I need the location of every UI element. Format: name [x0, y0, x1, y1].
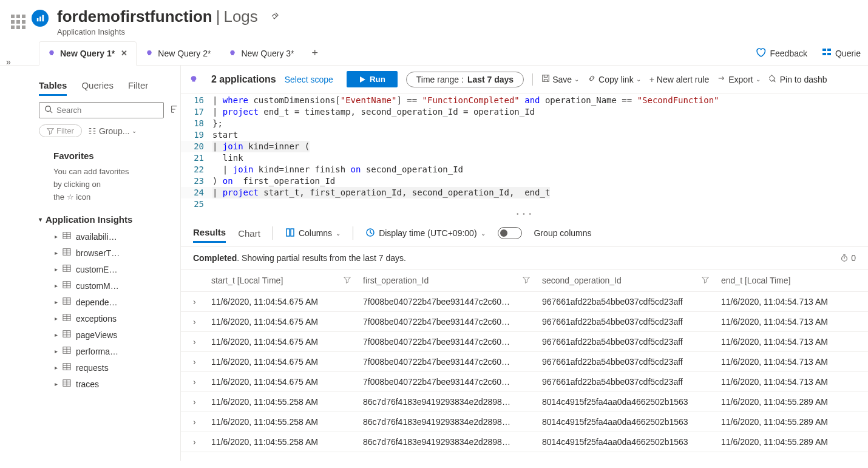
table-row[interactable]: ›11/6/2020, 11:04:54.675 AM7f008be040722… [181, 332, 868, 352]
columns-button[interactable]: Columns ⌄ [285, 228, 341, 239]
query-editor[interactable]: 16| where customDimensions["EventName"] … [181, 93, 868, 211]
export-button[interactable]: Export ⌄ [717, 74, 760, 84]
col-header-first[interactable]: first_operation_Id [363, 276, 429, 285]
col-header-start[interactable]: start_t [Local Time] [211, 276, 283, 285]
editor-line[interactable]: 19start [181, 129, 868, 141]
filter-icon[interactable] [523, 276, 530, 285]
tree-item-label: exceptions [76, 314, 117, 324]
editor-line[interactable]: 24| project start_t, first_operation_Id,… [181, 187, 868, 198]
tree-item-4[interactable]: ▸depende… [39, 294, 174, 310]
expand-sidebar-icon[interactable]: » [6, 57, 11, 67]
table-row[interactable]: ›11/6/2020, 11:04:55.258 AM86c7d76f4183e… [181, 432, 868, 452]
search-input[interactable] [39, 102, 164, 118]
expand-row-icon[interactable]: › [193, 377, 211, 387]
svg-rect-18 [543, 75, 549, 82]
editor-line[interactable]: 18}; [181, 118, 868, 129]
collapse-all-icon[interactable] [170, 105, 178, 115]
chevron-right-icon: ▸ [55, 348, 58, 354]
run-label: Run [370, 75, 385, 84]
editor-line[interactable]: 25 [181, 198, 868, 210]
new-alert-button[interactable]: + New alert rule [649, 75, 710, 84]
table-icon [63, 379, 71, 389]
filter-pill[interactable]: Filter [39, 124, 82, 137]
tree-root-app-insights[interactable]: ▾ Application Insights [39, 214, 174, 225]
tree-item-0[interactable]: ▸availabili… [39, 228, 174, 245]
display-time-label: Display time (UTC+09:00) [379, 228, 476, 238]
cell-second-op: 8014c4915f25fa4aa0da4662502b1563 [542, 397, 721, 407]
editor-line[interactable]: 22 | join kind=inner finish on second_op… [181, 164, 868, 175]
col-header-second[interactable]: second_operation_Id [542, 276, 622, 285]
run-button[interactable]: Run [347, 71, 398, 87]
save-icon [541, 74, 550, 84]
cell-end: 11/6/2020, 11:04:54.713 AM [721, 377, 856, 387]
query-tab-2[interactable]: New Query 3* [220, 41, 303, 66]
chevron-right-icon: ▸ [55, 233, 58, 240]
tree-item-5[interactable]: ▸exceptions [39, 310, 174, 327]
tree-item-8[interactable]: ▸requests [39, 359, 174, 376]
cell-first-op: 86c7d76f4183e9419293834e2d2898… [363, 417, 542, 427]
expand-row-icon[interactable]: › [193, 397, 211, 407]
filter-icon[interactable] [344, 276, 351, 285]
feedback-button[interactable]: Feedback [748, 47, 814, 59]
groupby-button[interactable]: Group... ⌄ [88, 126, 137, 136]
editor-line[interactable]: 21 link [181, 152, 868, 164]
table-icon [63, 362, 71, 373]
expand-row-icon[interactable]: › [193, 437, 211, 447]
cell-second-op: 967661afd22ba54bbe037cdf5cd23aff [542, 317, 721, 327]
table-row[interactable]: ›11/6/2020, 11:04:55.258 AM86c7d76f4183e… [181, 412, 868, 432]
tab-results[interactable]: Results [193, 223, 226, 243]
app-launcher-icon[interactable] [11, 15, 25, 29]
search-field[interactable] [56, 106, 158, 115]
star-icon: ☆ [67, 192, 74, 202]
query-toolbar: 2 applications Select scope Run Time ran… [181, 66, 868, 93]
tree-item-7[interactable]: ▸performa… [39, 343, 174, 359]
divider [273, 226, 273, 240]
link-icon [588, 74, 596, 84]
tree-item-9[interactable]: ▸traces [39, 376, 174, 392]
table-row[interactable]: ›11/6/2020, 11:04:54.675 AM7f008be040722… [181, 312, 868, 332]
expand-row-icon[interactable]: › [193, 337, 211, 347]
queries-button[interactable]: Querie [815, 47, 868, 59]
close-icon[interactable]: ✕ [121, 49, 127, 58]
copy-link-button[interactable]: Copy link ⌄ [588, 74, 641, 84]
table-row[interactable]: ›11/6/2020, 11:04:54.675 AM7f008be040722… [181, 292, 868, 312]
tree-item-2[interactable]: ▸customE… [39, 261, 174, 277]
svg-rect-5 [822, 53, 826, 55]
filter-icon[interactable] [702, 276, 709, 285]
table-row[interactable]: ›11/6/2020, 11:04:55.258 AM86c7d76f4183e… [181, 392, 868, 412]
display-time-button[interactable]: Display time (UTC+09:00) ⌄ [365, 228, 485, 239]
pin-icon[interactable] [270, 11, 280, 23]
expand-row-icon[interactable]: › [193, 417, 211, 427]
table-row[interactable]: ›11/6/2020, 11:04:54.675 AM7f008be040722… [181, 352, 868, 372]
svg-rect-20 [291, 229, 294, 236]
add-tab-button[interactable]: + [303, 47, 327, 59]
select-scope-link[interactable]: Select scope [285, 75, 333, 84]
cell-start: 11/6/2020, 11:04:54.675 AM [211, 377, 363, 387]
expand-row-icon[interactable]: › [193, 357, 211, 367]
tab-queries[interactable]: Queries [81, 80, 114, 96]
expand-row-icon[interactable]: › [193, 317, 211, 327]
tab-filter[interactable]: Filter [128, 80, 148, 96]
editor-line[interactable]: 23) on first_operation_Id [181, 175, 868, 187]
tab-chart[interactable]: Chart [238, 225, 260, 242]
time-range-picker[interactable]: Time range : Last 7 days [406, 72, 524, 87]
tree-item-6[interactable]: ▸pageViews [39, 327, 174, 343]
query-tab-1[interactable]: New Query 2* [137, 41, 220, 66]
expand-row-icon[interactable]: › [193, 297, 211, 307]
tab-tables[interactable]: Tables [39, 80, 67, 96]
save-button[interactable]: Save ⌄ [541, 74, 579, 84]
editor-line[interactable]: 17| project end_t = timestamp, second_op… [181, 106, 868, 118]
status-row: Completed . Showing partial results from… [181, 247, 868, 270]
pin-dashboard-button[interactable]: Pin to dashb [769, 74, 827, 84]
tree-item-3[interactable]: ▸customM… [39, 277, 174, 294]
table-row[interactable]: ›11/6/2020, 11:04:54.675 AM7f008be040722… [181, 372, 868, 392]
col-header-end[interactable]: end_t [Local Time] [721, 276, 790, 285]
editor-line[interactable]: 16| where customDimensions["EventName"] … [181, 95, 868, 106]
query-tab-0[interactable]: New Query 1*✕ [39, 41, 137, 66]
title-row: fordemofirstfunction | Logs [57, 7, 280, 26]
split-handle[interactable]: • • • [181, 211, 868, 220]
tree-item-label: pageViews [76, 330, 117, 340]
tree-item-1[interactable]: ▸browserT… [39, 245, 174, 261]
group-columns-toggle[interactable] [498, 227, 522, 239]
editor-line[interactable]: 20| join kind=inner ( [181, 141, 868, 152]
